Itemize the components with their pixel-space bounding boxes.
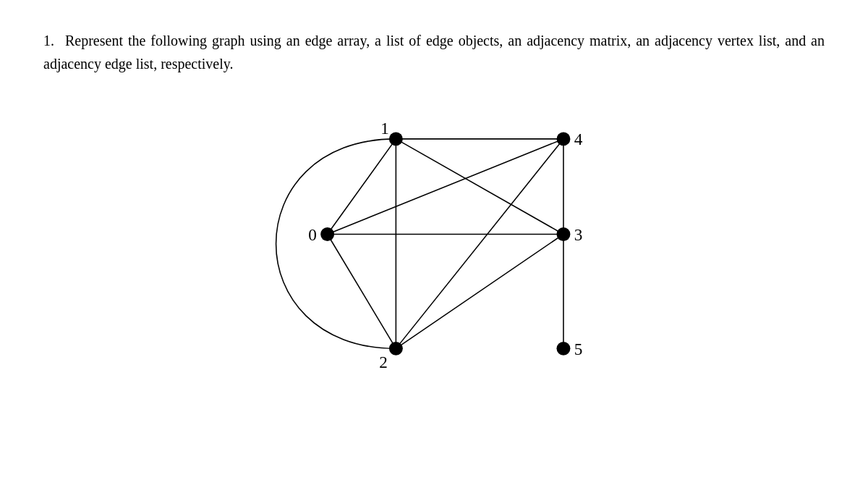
label-0: 0 <box>308 225 317 244</box>
question-number: 1. <box>43 29 54 52</box>
node-4 <box>556 132 570 146</box>
label-1: 1 <box>380 119 389 138</box>
label-3: 3 <box>574 225 583 244</box>
page-content: 1. Represent the following graph using a… <box>43 29 825 387</box>
label-2: 2 <box>379 353 388 371</box>
node-5 <box>556 342 570 356</box>
node-3 <box>556 227 570 241</box>
edge-2-4 <box>396 139 563 348</box>
label-5: 5 <box>574 340 583 358</box>
graph-container: 0 1 2 3 4 5 <box>43 97 825 387</box>
edge-0-4 <box>328 139 563 235</box>
edge-1-3 <box>396 139 563 235</box>
node-1 <box>389 132 403 146</box>
question-body: Represent the following graph using an e… <box>43 33 825 72</box>
graph-svg: 0 1 2 3 4 5 <box>174 97 694 387</box>
edge-2-3 <box>396 234 563 348</box>
node-2 <box>389 342 403 356</box>
edge-1-2-arc <box>276 139 396 348</box>
node-0 <box>320 227 334 241</box>
edge-0-2 <box>328 234 396 348</box>
question-text: 1. Represent the following graph using a… <box>43 29 825 75</box>
label-4: 4 <box>574 130 583 148</box>
